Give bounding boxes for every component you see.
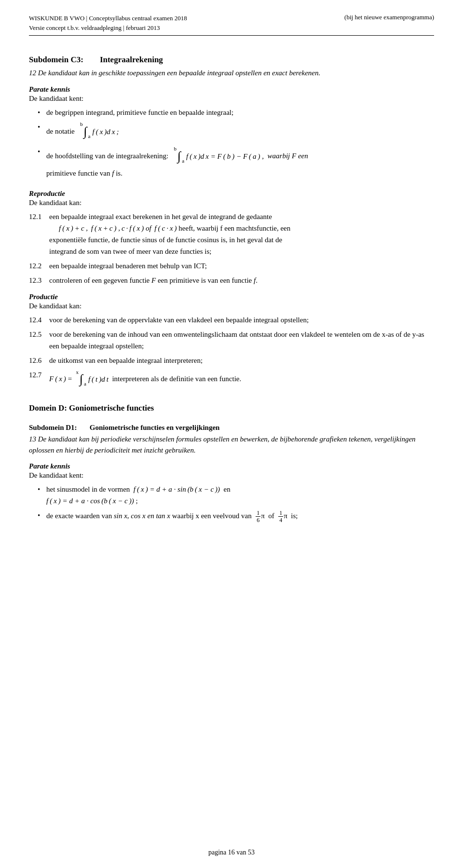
bullet-sinusmodel: het sinusmodel in de vormen f ( x ) = d …	[38, 483, 434, 507]
content-12-4: voor de berekening van de oppervlakte va…	[49, 314, 434, 326]
content-12-6: de uitkomst van een bepaalde integraal i…	[49, 355, 434, 366]
kandidaat-kent-label: De kandidaat kent:	[29, 95, 434, 103]
int2-upper: b	[174, 145, 177, 167]
int2-expression: f ( x )d x = F ( b ) − F ( a ) ,	[186, 151, 264, 162]
subdomein-d1-desc: 13 De kandidaat kan bij periodieke versc…	[29, 434, 434, 455]
domein-d: Domein D: Goniometrische functies Subdom…	[29, 403, 434, 524]
fraction-1-6: 1 6	[256, 510, 260, 524]
header-right: (bij het nieuwe examenprogramma)	[344, 14, 434, 21]
int3-symbol: ∫	[80, 373, 83, 386]
int-upper: b	[80, 120, 83, 143]
content-12-1: een bepaalde integraal exact berekenen i…	[49, 211, 434, 257]
bullet-hoofdstelling: de hoofdstelling van de integraalrekenin…	[38, 146, 434, 179]
int-expression: f ( x )d x ;	[93, 126, 119, 138]
content-12-5: voor de berekening van de inhoud van een…	[49, 329, 434, 352]
parate-kennis-d-list: het sinusmodel in de vormen f ( x ) = d …	[38, 483, 434, 524]
num-12-5: 12.5	[29, 329, 49, 352]
kandidaat-kent-d-label: De kandidaat kent:	[29, 471, 434, 480]
sinusmodel-formula2: f ( x ) = d + a · cos (b ( x − c ))	[46, 497, 134, 505]
sinusmodel-formula1: f ( x ) = d + a · sin (b ( x − c ))	[134, 485, 220, 493]
bullet-begrippen: de begrippen integrand, primitieve funct…	[38, 107, 434, 118]
int3-upper: x	[76, 368, 79, 390]
int2-lower: a	[182, 149, 184, 165]
bullet-notatie: de notatie b ∫ a f ( x )d x ;	[38, 121, 434, 143]
header-left: WISKUNDE B VWO | Conceptsyllabus centraa…	[29, 14, 187, 32]
parate-kennis-title: Parate kennis	[29, 85, 434, 94]
int2-symbol: ∫	[177, 150, 181, 163]
subdomein-d1-title: Subdomein D1: Goniometrische functies en…	[29, 424, 434, 432]
content-12-3: controleren of een gegeven functie F een…	[49, 275, 434, 286]
sinx-label: sin x	[114, 512, 127, 520]
subdomein-c3: Subdomein C3: Integraalrekening 12 De ka…	[29, 55, 434, 390]
int3-lower: a	[84, 372, 86, 388]
formula-12-7-integral: x ∫ a f ( t )d t	[76, 369, 109, 390]
header-subtitle: Versie concept t.b.v. veldraadpleging | …	[29, 23, 187, 33]
subdomein-d1-label: Subdomein D1:	[29, 424, 77, 431]
hoofdstelling-integral: b ∫ a f ( x )d x = F ( b ) − F ( a ) ,	[174, 146, 264, 167]
page-header: WISKUNDE B VWO | Conceptsyllabus centraa…	[29, 14, 434, 36]
formula-12-7-left: F ( x ) =	[49, 375, 72, 383]
productie-list: 12.4 voor de berekening van de oppervlak…	[29, 314, 434, 390]
waarbij-text: waarbij F een	[266, 152, 308, 160]
item-12-4: 12.4 voor de berekening van de oppervlak…	[29, 314, 434, 326]
num-12-4: 12.4	[29, 314, 49, 326]
int3-expression: f ( t )d t	[88, 373, 109, 385]
num-12-2: 12.2	[29, 260, 49, 272]
int-lower: a	[88, 124, 91, 141]
header-title: WISKUNDE B VWO | Conceptsyllabus centraa…	[29, 14, 187, 23]
parate-kennis-d-title: Parate kennis	[29, 462, 434, 470]
item-12-7: 12.7 F ( x ) = x ∫ a f ( t )d t interpre…	[29, 369, 434, 390]
notatie-integral: b ∫ a f ( x )d x ;	[80, 121, 119, 143]
parate-kennis-list: de begrippen integrand, primitieve funct…	[38, 107, 434, 179]
footer-text: pagina 16 van 53	[208, 849, 255, 856]
productie-kandidaat-kan: De kandidaat kan:	[29, 302, 434, 310]
subdomein-d1: Subdomein D1: Goniometrische functies en…	[29, 424, 434, 524]
item-12-1: 12.1 een bepaalde integraal exact bereke…	[29, 211, 434, 257]
num-12-1: 12.1	[29, 211, 49, 257]
cosx-label: cos x en tan x	[131, 512, 170, 520]
int-symbol: ∫	[83, 125, 87, 138]
subdomein-c3-name: Integraalrekening	[100, 55, 163, 64]
reproductie-list: 12.1 een bepaalde integraal exact bereke…	[29, 211, 434, 286]
fraction-1-4: 1 4	[278, 510, 283, 524]
domein-d-title: Domein D: Goniometrische functies	[29, 403, 434, 413]
item-12-6: 12.6 de uitkomst van een bepaalde integr…	[29, 355, 434, 366]
num-12-6: 12.6	[29, 355, 49, 366]
bullet-exacte-waarden: de exacte waarden van sin x, cos x en ta…	[38, 510, 434, 524]
productie-section: Productie De kandidaat kan: 12.4 voor de…	[29, 293, 434, 390]
item-12-5: 12.5 voor de berekening van de inhoud va…	[29, 329, 434, 352]
subdomein-c3-label: Subdomein C3:	[29, 55, 83, 64]
subdomein-d1-name: Goniometrische functies en vergelijkinge…	[90, 424, 220, 431]
formula-12-1: f ( x ) + c , f ( x + c ) , c · f ( x ) …	[59, 224, 177, 232]
content-12-7: F ( x ) = x ∫ a f ( t )d t interpreteren…	[49, 369, 434, 390]
subdomein-c3-desc: 12 De kandidaat kan in geschikte toepass…	[29, 68, 434, 79]
reproductie-title: Reproductie	[29, 190, 434, 198]
content-12-2: een bepaalde integraal benaderen met beh…	[49, 260, 434, 272]
productie-title: Productie	[29, 293, 434, 301]
num-12-7: 12.7	[29, 369, 49, 390]
num-12-3: 12.3	[29, 275, 49, 286]
item-12-3: 12.3 controleren of een gegeven functie …	[29, 275, 434, 286]
reproductie-kandidaat-kan: De kandidaat kan:	[29, 199, 434, 207]
subdomein-c3-title: Subdomein C3: Integraalrekening	[29, 55, 434, 65]
page-footer: pagina 16 van 53	[0, 849, 463, 856]
item-12-2: 12.2 een bepaalde integraal benaderen me…	[29, 260, 434, 272]
reproductie-section: Reproductie De kandidaat kan: 12.1 een b…	[29, 190, 434, 286]
page: WISKUNDE B VWO | Conceptsyllabus centraa…	[0, 0, 463, 868]
